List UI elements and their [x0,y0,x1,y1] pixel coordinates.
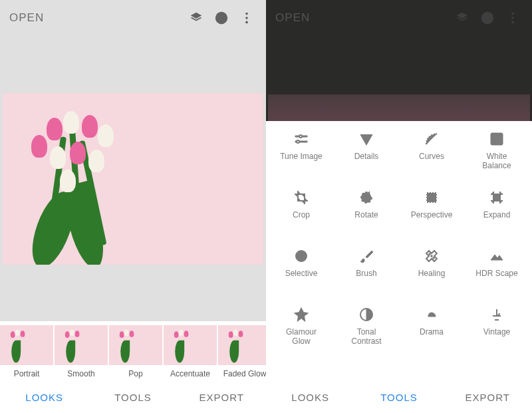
info-icon [477,8,497,28]
tool-expand[interactable]: Expand [464,189,529,247]
look-label: Smooth [67,365,94,381]
open-button[interactable]: OPEN [9,11,44,25]
selective-icon [293,247,310,265]
tool-label: HDR Scape [475,269,517,278]
tool-label: Details [354,152,379,161]
tool-curves[interactable]: Curves [399,130,464,189]
tool-drama[interactable]: Drama [399,306,464,364]
svg-point-0 [215,12,227,24]
loaded-image [2,92,264,265]
tool-label: TonalContrast [351,327,381,346]
svg-point-9 [297,140,299,143]
tonal-icon [358,306,375,323]
top-bar: OPEN [0,0,266,36]
crop-icon [293,189,310,206]
svg-point-16 [429,253,431,255]
svg-text:B: B [497,140,501,146]
svg-point-2 [245,17,248,19]
look-pop[interactable]: Pop [109,325,162,381]
look-smooth[interactable]: Smooth [55,325,108,381]
tool-hdr-scape[interactable]: HDR Scape [464,247,529,306]
tool-label: Selective [285,269,318,278]
tool-tonal-contrast[interactable]: TonalContrast [334,306,399,364]
more-icon [503,8,523,28]
tool-label: Vintage [483,327,510,337]
tool-glamour-glow[interactable]: GlamourGlow [269,306,334,364]
svg-point-6 [511,17,514,19]
tool-label: Drama [420,327,444,337]
svg-point-17 [433,257,435,259]
svg-point-8 [299,135,302,138]
tool-brush[interactable]: Brush [334,247,399,306]
tool-label: Brush [356,269,376,278]
white-balance-icon: WB [488,130,505,148]
tool-perspective[interactable]: Perspective [399,189,464,247]
tool-white-balance[interactable]: WBWhiteBalance [464,130,529,189]
info-icon[interactable] [211,8,231,28]
drama-icon [423,306,440,323]
tool-label: Healing [418,269,446,278]
tab-tools[interactable]: TOOLS [88,392,177,403]
tab-tools[interactable]: TOOLS [354,392,443,403]
dimmed-background: OPEN [266,0,532,121]
tool-healing[interactable]: Healing [399,247,464,306]
svg-point-14 [300,255,303,257]
vintage-icon [488,306,505,323]
perspective-icon [423,189,440,206]
open-button: OPEN [275,11,310,25]
tool-label: Perspective [411,210,453,219]
tool-tune-image[interactable]: Tune Image [269,130,334,189]
look-label: Portrait [14,365,40,381]
look-portrait[interactable]: Portrait [0,325,53,381]
tab-looks[interactable]: LOOKS [0,392,88,403]
svg-point-7 [511,21,514,24]
layers-icon [452,8,472,28]
tool-label: Expand [483,210,511,219]
tab-export[interactable]: EXPORT [178,392,266,403]
tool-label: Tune Image [280,152,323,161]
tool-details[interactable]: Details [334,130,399,189]
look-label: Faded Glow [223,365,266,381]
tool-label: GlamourGlow [286,327,317,346]
svg-point-15 [431,255,433,257]
tool-label: Curves [419,152,444,161]
bottom-bar: LOOKS TOOLS EXPORT [0,381,266,413]
rotate-icon [358,189,375,206]
tool-selective[interactable]: Selective [269,247,334,306]
healing-icon [423,247,440,265]
svg-point-5 [511,13,514,15]
looks-strip: Portrait Smooth Pop Accentuate Faded Glo… [0,321,266,381]
brush-icon [358,247,375,265]
look-faded-glow[interactable]: Faded Glow [218,325,266,381]
details-icon [358,130,375,148]
svg-point-1 [245,13,248,15]
hdr-icon [488,247,505,265]
look-accentuate[interactable]: Accentuate [164,325,217,381]
screen-tools: OPEN Tune Image Details Curves WBWhiteBa… [266,0,532,413]
tool-label: WhiteBalance [482,152,511,171]
look-label: Accentuate [170,365,210,381]
image-canvas[interactable] [0,36,266,321]
tools-grid: Tune Image Details Curves WBWhiteBalance… [266,121,532,381]
tool-rotate[interactable]: Rotate [334,189,399,247]
screen-looks: OPEN Portrait [0,0,266,413]
bottom-bar: LOOKS TOOLS EXPORT [266,381,532,413]
more-icon[interactable] [237,8,257,28]
svg-point-4 [481,12,493,24]
tool-label: Crop [293,210,310,219]
svg-point-3 [245,21,248,24]
tool-vintage[interactable]: Vintage [464,306,529,364]
tool-label: Rotate [354,210,378,219]
tool-crop[interactable]: Crop [269,189,334,247]
expand-icon [488,189,505,206]
look-label: Pop [128,365,142,381]
tab-export[interactable]: EXPORT [444,392,532,403]
tune-icon [293,130,310,148]
curves-icon [423,130,440,148]
glamour-icon [293,306,310,323]
tab-looks[interactable]: LOOKS [266,392,354,403]
layers-icon[interactable] [186,8,206,28]
